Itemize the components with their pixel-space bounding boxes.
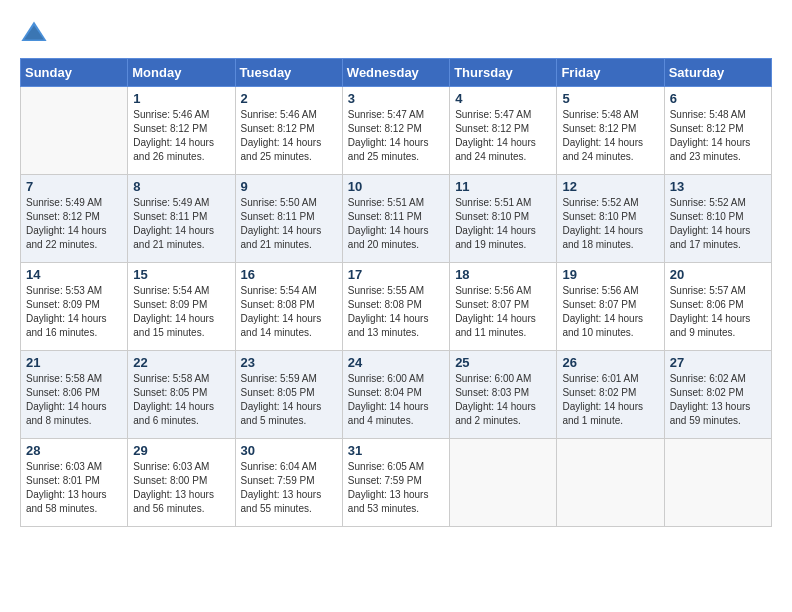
day-info: Sunrise: 5:48 AM Sunset: 8:12 PM Dayligh… [562,108,658,164]
header-tuesday: Tuesday [235,59,342,87]
day-info: Sunrise: 5:46 AM Sunset: 8:12 PM Dayligh… [241,108,337,164]
calendar-cell: 23Sunrise: 5:59 AM Sunset: 8:05 PM Dayli… [235,351,342,439]
calendar-cell: 11Sunrise: 5:51 AM Sunset: 8:10 PM Dayli… [450,175,557,263]
day-number: 4 [455,91,551,106]
day-number: 26 [562,355,658,370]
day-info: Sunrise: 6:01 AM Sunset: 8:02 PM Dayligh… [562,372,658,428]
calendar-cell: 24Sunrise: 6:00 AM Sunset: 8:04 PM Dayli… [342,351,449,439]
day-number: 1 [133,91,229,106]
calendar-cell: 6Sunrise: 5:48 AM Sunset: 8:12 PM Daylig… [664,87,771,175]
calendar-cell [450,439,557,527]
calendar-cell: 5Sunrise: 5:48 AM Sunset: 8:12 PM Daylig… [557,87,664,175]
logo-icon [20,20,48,48]
calendar-cell: 22Sunrise: 5:58 AM Sunset: 8:05 PM Dayli… [128,351,235,439]
calendar-cell: 9Sunrise: 5:50 AM Sunset: 8:11 PM Daylig… [235,175,342,263]
day-info: Sunrise: 5:56 AM Sunset: 8:07 PM Dayligh… [455,284,551,340]
header-monday: Monday [128,59,235,87]
calendar-cell: 19Sunrise: 5:56 AM Sunset: 8:07 PM Dayli… [557,263,664,351]
calendar-cell [21,87,128,175]
day-number: 25 [455,355,551,370]
day-info: Sunrise: 5:52 AM Sunset: 8:10 PM Dayligh… [562,196,658,252]
day-info: Sunrise: 5:53 AM Sunset: 8:09 PM Dayligh… [26,284,122,340]
day-number: 30 [241,443,337,458]
day-info: Sunrise: 5:58 AM Sunset: 8:06 PM Dayligh… [26,372,122,428]
day-number: 8 [133,179,229,194]
day-info: Sunrise: 5:57 AM Sunset: 8:06 PM Dayligh… [670,284,766,340]
day-info: Sunrise: 5:54 AM Sunset: 8:08 PM Dayligh… [241,284,337,340]
calendar-cell: 12Sunrise: 5:52 AM Sunset: 8:10 PM Dayli… [557,175,664,263]
calendar-cell: 14Sunrise: 5:53 AM Sunset: 8:09 PM Dayli… [21,263,128,351]
day-info: Sunrise: 5:55 AM Sunset: 8:08 PM Dayligh… [348,284,444,340]
header-wednesday: Wednesday [342,59,449,87]
day-info: Sunrise: 5:51 AM Sunset: 8:10 PM Dayligh… [455,196,551,252]
day-number: 27 [670,355,766,370]
day-number: 11 [455,179,551,194]
calendar-table: SundayMondayTuesdayWednesdayThursdayFrid… [20,58,772,527]
calendar-cell: 8Sunrise: 5:49 AM Sunset: 8:11 PM Daylig… [128,175,235,263]
calendar-cell: 21Sunrise: 5:58 AM Sunset: 8:06 PM Dayli… [21,351,128,439]
day-number: 24 [348,355,444,370]
day-number: 6 [670,91,766,106]
day-info: Sunrise: 5:52 AM Sunset: 8:10 PM Dayligh… [670,196,766,252]
day-info: Sunrise: 5:50 AM Sunset: 8:11 PM Dayligh… [241,196,337,252]
day-info: Sunrise: 6:03 AM Sunset: 8:00 PM Dayligh… [133,460,229,516]
calendar-cell: 29Sunrise: 6:03 AM Sunset: 8:00 PM Dayli… [128,439,235,527]
day-number: 5 [562,91,658,106]
logo [20,20,52,48]
day-info: Sunrise: 5:47 AM Sunset: 8:12 PM Dayligh… [348,108,444,164]
day-number: 9 [241,179,337,194]
day-info: Sunrise: 5:59 AM Sunset: 8:05 PM Dayligh… [241,372,337,428]
day-info: Sunrise: 5:49 AM Sunset: 8:11 PM Dayligh… [133,196,229,252]
day-number: 3 [348,91,444,106]
day-number: 2 [241,91,337,106]
calendar-cell: 13Sunrise: 5:52 AM Sunset: 8:10 PM Dayli… [664,175,771,263]
calendar-cell [664,439,771,527]
calendar-cell: 31Sunrise: 6:05 AM Sunset: 7:59 PM Dayli… [342,439,449,527]
calendar-cell: 1Sunrise: 5:46 AM Sunset: 8:12 PM Daylig… [128,87,235,175]
day-info: Sunrise: 6:03 AM Sunset: 8:01 PM Dayligh… [26,460,122,516]
header-friday: Friday [557,59,664,87]
week-row-3: 14Sunrise: 5:53 AM Sunset: 8:09 PM Dayli… [21,263,772,351]
week-row-4: 21Sunrise: 5:58 AM Sunset: 8:06 PM Dayli… [21,351,772,439]
calendar-cell: 7Sunrise: 5:49 AM Sunset: 8:12 PM Daylig… [21,175,128,263]
day-number: 21 [26,355,122,370]
calendar-cell: 28Sunrise: 6:03 AM Sunset: 8:01 PM Dayli… [21,439,128,527]
calendar-cell: 18Sunrise: 5:56 AM Sunset: 8:07 PM Dayli… [450,263,557,351]
day-info: Sunrise: 5:48 AM Sunset: 8:12 PM Dayligh… [670,108,766,164]
header-row: SundayMondayTuesdayWednesdayThursdayFrid… [21,59,772,87]
day-number: 31 [348,443,444,458]
calendar-cell: 26Sunrise: 6:01 AM Sunset: 8:02 PM Dayli… [557,351,664,439]
calendar-cell: 17Sunrise: 5:55 AM Sunset: 8:08 PM Dayli… [342,263,449,351]
calendar-cell: 15Sunrise: 5:54 AM Sunset: 8:09 PM Dayli… [128,263,235,351]
day-info: Sunrise: 6:05 AM Sunset: 7:59 PM Dayligh… [348,460,444,516]
day-number: 20 [670,267,766,282]
page-header [20,20,772,48]
day-info: Sunrise: 5:58 AM Sunset: 8:05 PM Dayligh… [133,372,229,428]
header-saturday: Saturday [664,59,771,87]
day-info: Sunrise: 6:02 AM Sunset: 8:02 PM Dayligh… [670,372,766,428]
day-number: 10 [348,179,444,194]
day-number: 23 [241,355,337,370]
header-sunday: Sunday [21,59,128,87]
day-info: Sunrise: 6:00 AM Sunset: 8:04 PM Dayligh… [348,372,444,428]
day-number: 12 [562,179,658,194]
day-info: Sunrise: 5:46 AM Sunset: 8:12 PM Dayligh… [133,108,229,164]
day-info: Sunrise: 5:47 AM Sunset: 8:12 PM Dayligh… [455,108,551,164]
day-number: 13 [670,179,766,194]
week-row-1: 1Sunrise: 5:46 AM Sunset: 8:12 PM Daylig… [21,87,772,175]
day-info: Sunrise: 6:04 AM Sunset: 7:59 PM Dayligh… [241,460,337,516]
day-info: Sunrise: 6:00 AM Sunset: 8:03 PM Dayligh… [455,372,551,428]
calendar-cell: 30Sunrise: 6:04 AM Sunset: 7:59 PM Dayli… [235,439,342,527]
calendar-cell: 10Sunrise: 5:51 AM Sunset: 8:11 PM Dayli… [342,175,449,263]
week-row-5: 28Sunrise: 6:03 AM Sunset: 8:01 PM Dayli… [21,439,772,527]
day-number: 29 [133,443,229,458]
day-number: 19 [562,267,658,282]
day-number: 17 [348,267,444,282]
calendar-cell: 2Sunrise: 5:46 AM Sunset: 8:12 PM Daylig… [235,87,342,175]
day-number: 22 [133,355,229,370]
calendar-cell: 16Sunrise: 5:54 AM Sunset: 8:08 PM Dayli… [235,263,342,351]
week-row-2: 7Sunrise: 5:49 AM Sunset: 8:12 PM Daylig… [21,175,772,263]
calendar-cell: 3Sunrise: 5:47 AM Sunset: 8:12 PM Daylig… [342,87,449,175]
calendar-cell: 27Sunrise: 6:02 AM Sunset: 8:02 PM Dayli… [664,351,771,439]
header-thursday: Thursday [450,59,557,87]
